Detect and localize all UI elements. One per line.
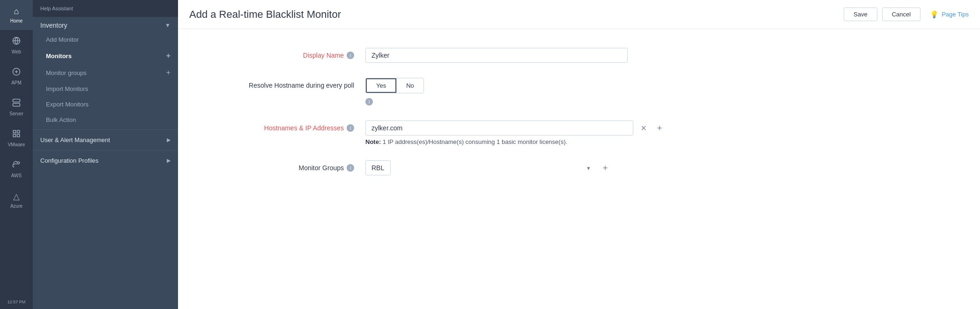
- sidebar-item-bulk-action[interactable]: Bulk Action: [33, 112, 178, 128]
- inventory-arrow-icon: ▼: [165, 22, 171, 29]
- add-monitor-label: Add Monitor: [46, 36, 79, 43]
- hostnames-info-icon[interactable]: i: [347, 124, 354, 132]
- resolve-hostname-toggle: Yes No: [365, 78, 424, 93]
- resolve-hostname-row: Resolve Hostname during every poll Yes N…: [206, 78, 952, 106]
- resolve-hostname-control: Yes No i: [365, 78, 952, 106]
- svg-rect-9: [13, 135, 15, 137]
- resolve-no-button[interactable]: No: [397, 78, 423, 93]
- hostnames-row: Hostnames & IP Addresses i Note: 1 IP ad…: [206, 121, 952, 145]
- monitor-groups-plus-icon[interactable]: +: [166, 68, 171, 77]
- web-label: Web: [12, 49, 21, 54]
- display-name-input[interactable]: [365, 48, 628, 63]
- bulb-icon: 💡: [930, 10, 939, 19]
- save-button[interactable]: Save: [844, 8, 877, 21]
- monitor-groups-label: Monitor groups: [46, 69, 87, 76]
- config-profiles-arrow-icon: ▶: [167, 158, 171, 164]
- config-profiles-label: Configuration Profiles: [40, 157, 98, 164]
- page-tips-label: Page Tips: [942, 11, 969, 18]
- monitor-groups-select-wrapper: RBL: [365, 160, 595, 175]
- server-icon: [12, 98, 21, 109]
- plus-icon: [656, 124, 663, 132]
- monitor-groups-select-row: RBL: [365, 160, 665, 175]
- vmware-icon: [12, 129, 21, 140]
- page-tips-button[interactable]: 💡 Page Tips: [930, 10, 969, 19]
- sidebar-item-vmware[interactable]: VMware: [0, 123, 33, 154]
- display-name-control: [365, 48, 952, 63]
- user-alert-label: User & Alert Management: [40, 136, 110, 143]
- sidebar-section-user-alert[interactable]: User & Alert Management ▶: [33, 132, 178, 148]
- home-label: Home: [10, 18, 23, 23]
- monitor-groups-info-icon[interactable]: i: [347, 164, 354, 172]
- import-monitors-label: Import Monitors: [46, 85, 88, 92]
- resolve-info-row: i: [365, 98, 952, 106]
- aws-icon: [12, 160, 21, 171]
- help-assistant[interactable]: Help Assistant: [33, 0, 178, 17]
- sidebar-item-monitors[interactable]: Monitors +: [33, 47, 178, 64]
- sidebar-divider-2: [33, 150, 178, 151]
- export-monitors-label: Export Monitors: [46, 101, 89, 108]
- resolve-yes-button[interactable]: Yes: [366, 78, 396, 93]
- monitors-plus-icon[interactable]: +: [166, 52, 171, 60]
- hostname-clear-button[interactable]: [638, 122, 649, 134]
- plus-icon: [601, 164, 609, 172]
- user-alert-arrow-icon: ▶: [167, 137, 171, 143]
- page-title: Add a Real-time Blacklist Monitor: [189, 8, 341, 21]
- aws-label: AWS: [11, 173, 22, 178]
- apm-label: APM: [11, 80, 22, 85]
- monitor-groups-add-button[interactable]: [600, 162, 611, 173]
- monitors-label: Monitors: [46, 53, 72, 60]
- sidebar-divider-1: [33, 129, 178, 130]
- resolve-hostname-label: Resolve Hostname during every poll: [249, 82, 354, 89]
- web-icon: [12, 37, 21, 47]
- close-icon: [640, 124, 647, 132]
- display-name-row: Display Name i: [206, 48, 952, 63]
- top-bar: Add a Real-time Blacklist Monitor Save C…: [178, 0, 980, 29]
- resolve-info-icon[interactable]: i: [365, 98, 373, 106]
- sidebar-item-monitor-groups[interactable]: Monitor groups +: [33, 64, 178, 81]
- inventory-section-title: Inventory: [40, 22, 67, 29]
- hostnames-label-col: Hostnames & IP Addresses i: [206, 121, 365, 132]
- vmware-label: VMware: [8, 142, 25, 147]
- sidebar-item-add-monitor[interactable]: Add Monitor: [33, 32, 178, 47]
- sidebar-item-aws[interactable]: AWS: [0, 154, 33, 185]
- note-description: 1 IP address(es)/Hostname(s) consuming 1…: [383, 138, 567, 145]
- azure-label: Azure: [10, 203, 22, 209]
- svg-rect-8: [17, 130, 20, 133]
- icon-bar: ⌂ Home Web APM Server VMware AWS △ Azure…: [0, 0, 33, 309]
- monitor-groups-row: Monitor Groups i RBL: [206, 160, 952, 175]
- bulk-action-label: Bulk Action: [46, 116, 76, 123]
- display-name-label-col: Display Name i: [206, 48, 365, 59]
- sidebar-section-inventory[interactable]: Inventory ▼: [33, 17, 178, 32]
- home-icon: ⌂: [14, 7, 19, 16]
- sidebar: Help Assistant Inventory ▼ Add Monitor M…: [33, 0, 178, 309]
- svg-rect-7: [13, 130, 15, 133]
- display-name-info-icon[interactable]: i: [347, 52, 354, 59]
- hostnames-control: Note: 1 IP address(es)/Hostname(s) consu…: [365, 121, 952, 145]
- sidebar-item-import-monitors[interactable]: Import Monitors: [33, 81, 178, 97]
- time-display: 12:57 PM: [7, 295, 26, 309]
- svg-rect-3: [13, 99, 20, 102]
- sidebar-item-web[interactable]: Web: [0, 30, 33, 61]
- hostname-input[interactable]: [365, 121, 633, 136]
- display-name-label: Display Name: [303, 52, 344, 59]
- monitor-groups-control: RBL: [365, 160, 952, 175]
- sidebar-item-export-monitors[interactable]: Export Monitors: [33, 97, 178, 112]
- top-bar-actions: Save Cancel 💡 Page Tips: [844, 8, 969, 21]
- monitor-groups-select[interactable]: RBL: [365, 160, 391, 175]
- main-content: Add a Real-time Blacklist Monitor Save C…: [178, 0, 980, 309]
- cancel-button[interactable]: Cancel: [882, 8, 921, 21]
- resolve-hostname-label-col: Resolve Hostname during every poll: [206, 78, 365, 89]
- hostnames-label: Hostnames & IP Addresses: [264, 124, 344, 132]
- hostname-note: Note: 1 IP address(es)/Hostname(s) consu…: [365, 138, 952, 145]
- note-bold: Note:: [365, 138, 381, 145]
- hostname-add-button[interactable]: [654, 122, 665, 134]
- azure-icon: △: [13, 191, 20, 202]
- apm-icon: [12, 68, 21, 78]
- sidebar-item-home[interactable]: ⌂ Home: [0, 0, 33, 30]
- form-area: Display Name i Resolve Hostname during e…: [178, 29, 980, 194]
- sidebar-item-apm[interactable]: APM: [0, 61, 33, 92]
- sidebar-section-config-profiles[interactable]: Configuration Profiles ▶: [33, 152, 178, 169]
- sidebar-item-server[interactable]: Server: [0, 92, 33, 123]
- monitor-groups-label: Monitor Groups: [299, 164, 344, 172]
- sidebar-item-azure[interactable]: △ Azure: [0, 185, 33, 215]
